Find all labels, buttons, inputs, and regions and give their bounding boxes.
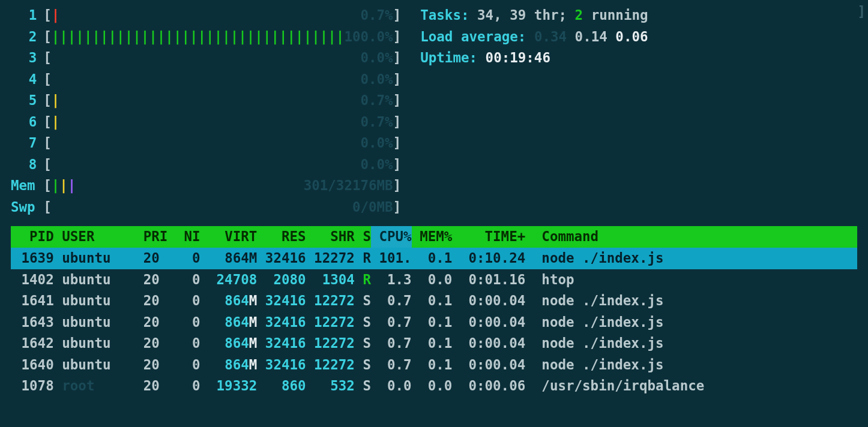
cell-user: root <box>62 375 110 397</box>
cell-res: 860 <box>257 375 306 397</box>
cell-pid: 1641 <box>13 290 54 312</box>
cell-cpu: 0.7 <box>371 333 412 354</box>
cell-time: 0:00.06 <box>452 375 525 397</box>
tasks-label: Tasks: <box>420 7 477 23</box>
cell-cmd: node ./index.js <box>541 333 663 354</box>
cell-virt: 864M <box>200 333 258 354</box>
cell-virt: 864M <box>200 248 258 269</box>
cell-res: 32416 <box>257 312 306 333</box>
htop-screen[interactable]: 1[| 0.7%]2[|||||||||||||||||||||||||||||… <box>0 0 868 397</box>
cpu-meter-6: 6[| 0.7%] <box>11 112 401 133</box>
col-user[interactable]: USER <box>62 226 143 248</box>
cell-cmd: node ./index.js <box>541 312 663 333</box>
cell-ni: 0 <box>160 312 200 333</box>
cell-shr: 12272 <box>306 290 355 312</box>
cpu-meter-2: 2[||||||||||||||||||||||||||||||||||||10… <box>11 26 401 48</box>
cell-s: R <box>355 269 371 291</box>
col-mem[interactable]: MEM% <box>412 226 453 248</box>
load-15m: 0.06 <box>615 29 648 44</box>
cell-mem: 0.0 <box>412 375 453 397</box>
cell-shr: 12272 <box>306 354 355 376</box>
process-row[interactable]: 1642ubuntu200864M3241612272S0.70.10:00.0… <box>11 333 857 354</box>
tasks-running-label: running <box>583 7 648 23</box>
cell-shr: 12272 <box>306 333 355 354</box>
col-pri[interactable]: PRI <box>143 226 160 248</box>
cell-cpu: 0.7 <box>371 290 412 312</box>
cpu-meter-4: 4[ 0.0%] <box>11 69 401 91</box>
cell-s: R <box>355 248 371 269</box>
cell-virt: 24708 <box>200 269 258 291</box>
cell-s: S <box>355 333 371 354</box>
col-cpu[interactable]: CPU% <box>371 226 412 248</box>
cell-pid: 1640 <box>13 354 54 376</box>
cell-user: ubuntu <box>62 269 110 291</box>
tasks-line: Tasks: 34, 39 thr; 2 running <box>420 5 648 26</box>
cell-time: 0:00.04 <box>452 354 525 376</box>
cell-ni: 0 <box>160 354 200 376</box>
cell-shr: 532 <box>306 375 355 397</box>
cell-cpu: 1.3 <box>371 269 412 291</box>
cell-pri: 20 <box>111 312 160 333</box>
col-shr[interactable]: SHR <box>306 226 355 248</box>
cell-user: ubuntu <box>62 333 110 354</box>
cell-pri: 20 <box>111 333 160 354</box>
cell-user: ubuntu <box>62 354 110 376</box>
process-row[interactable]: 1641ubuntu200864M3241612272S0.70.10:00.0… <box>11 290 857 312</box>
process-row[interactable]: 1639ubuntu200864M3241612272R101.0.10:10.… <box>11 248 857 269</box>
cell-pid: 1642 <box>13 333 54 354</box>
cell-res: 32416 <box>257 354 306 376</box>
load-5m: 0.14 <box>575 29 607 44</box>
cell-cmd: node ./index.js <box>541 248 663 269</box>
scroll-indicator: ] <box>857 1 866 23</box>
load-label: Load average: <box>420 29 534 44</box>
cell-s: S <box>355 290 371 312</box>
col-cmd[interactable]: Command <box>541 226 598 248</box>
cell-cmd: /usr/sbin/irqbalance <box>541 375 704 397</box>
uptime-line: Uptime: 00:19:46 <box>420 47 648 69</box>
cell-mem: 0.1 <box>412 312 453 333</box>
cell-pri: 20 <box>111 375 160 397</box>
cell-cmd: htop <box>541 269 574 291</box>
cell-s: S <box>355 375 371 397</box>
col-pid[interactable]: PID <box>13 226 54 248</box>
swp-meter: Swp[ 0/0MB] <box>11 197 401 218</box>
cpu-meter-1: 1[| 0.7%] <box>11 5 401 26</box>
cell-s: S <box>355 312 371 333</box>
uptime-label: Uptime: <box>420 50 485 65</box>
col-res[interactable]: RES <box>257 226 306 248</box>
cell-time: 0:10.24 <box>452 248 525 269</box>
process-row[interactable]: 1643ubuntu200864M3241612272S0.70.10:00.0… <box>11 312 857 333</box>
cell-virt: 864M <box>200 312 258 333</box>
process-table[interactable]: PIDUSERPRINIVIRTRESSHRSCPU%MEM%TIME+Comm… <box>11 226 857 396</box>
cell-user: ubuntu <box>62 248 110 269</box>
cell-pid: 1639 <box>13 248 54 269</box>
col-ni[interactable]: NI <box>160 226 200 248</box>
cell-ni: 0 <box>160 375 200 397</box>
cpu-meter-3: 3[ 0.0%] <box>11 47 401 69</box>
cell-shr: 1304 <box>306 269 355 291</box>
cell-shr: 12272 <box>306 312 355 333</box>
cell-mem: 0.0 <box>412 269 453 291</box>
cell-user: ubuntu <box>62 312 110 333</box>
cell-ni: 0 <box>160 248 200 269</box>
htop-header: 1[| 0.7%]2[|||||||||||||||||||||||||||||… <box>11 5 857 218</box>
cell-pri: 20 <box>111 290 160 312</box>
uptime-value: 00:19:46 <box>486 50 550 65</box>
cell-mem: 0.1 <box>412 248 453 269</box>
cell-time: 0:01.16 <box>452 269 525 291</box>
table-body[interactable]: 1639ubuntu200864M3241612272R101.0.10:10.… <box>11 248 857 397</box>
col-time[interactable]: TIME+ <box>452 226 525 248</box>
process-row[interactable]: 1640ubuntu200864M3241612272S0.70.10:00.0… <box>11 354 857 376</box>
load-1m: 0.34 <box>534 29 567 44</box>
tasks-running-count: 2 <box>575 7 583 23</box>
cell-cpu: 0.7 <box>371 354 412 376</box>
cell-virt: 864M <box>200 290 258 312</box>
cell-virt: 19332 <box>200 375 258 397</box>
col-s[interactable]: S <box>355 226 371 248</box>
cell-ni: 0 <box>160 333 200 354</box>
process-row[interactable]: 1402ubuntu2002470820801304R1.30.00:01.16… <box>11 269 857 291</box>
process-row[interactable]: 1078root20019332860532S0.00.00:00.06/usr… <box>11 375 857 397</box>
col-virt[interactable]: VIRT <box>200 226 258 248</box>
table-header[interactable]: PIDUSERPRINIVIRTRESSHRSCPU%MEM%TIME+Comm… <box>11 226 857 248</box>
cell-pid: 1402 <box>13 269 54 291</box>
